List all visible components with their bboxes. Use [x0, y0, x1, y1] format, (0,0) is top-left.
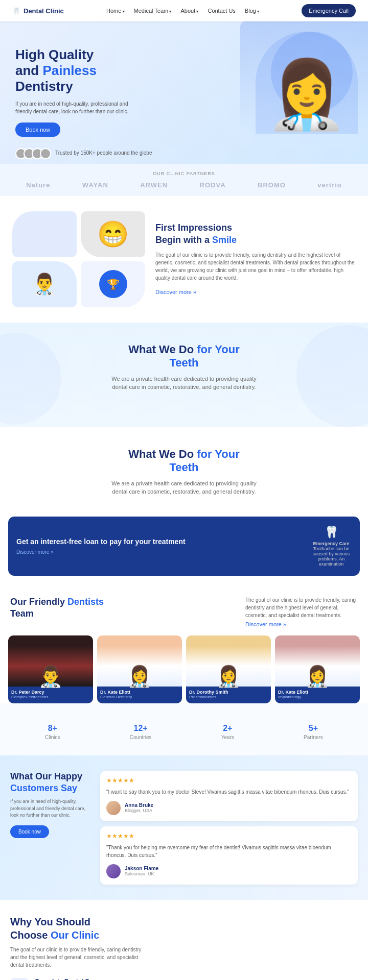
hero-book-button[interactable]: Book now — [15, 122, 60, 137]
navbar: 🦷 Dental Clinic Home Medical Team About … — [0, 0, 368, 21]
team-card-2[interactable]: 👩‍⚕️ Dr. Dorothy Smith Prosthodontics — [186, 635, 271, 703]
stat-countries-number: 12+ — [130, 719, 152, 734]
logo-text: Dental Clinic — [24, 7, 64, 15]
stat-countries-suffix: + — [143, 724, 147, 732]
testi-left: What Our Happy Customers Say If you are … — [10, 771, 92, 838]
why-title-line2: Choose — [10, 929, 51, 941]
doctor-image-2: 👩‍⚕️ — [186, 635, 271, 687]
testi-author-info-1: Jakson Flame Salesman, UK — [125, 866, 158, 876]
nav-contact[interactable]: Contact Us — [208, 8, 235, 14]
wwd-title-line1-2: What We Do — [128, 448, 197, 460]
doctor-role-3: Implantology — [278, 695, 357, 699]
wwd-description-2: We are a private health care dedicated t… — [107, 479, 261, 496]
team-card-info-1: Dr. Kate Eliott General Dentistry — [97, 687, 182, 703]
wwd-title-line2-2: Teeth — [169, 461, 198, 474]
fi-title: First Impressions Begin with a Smile — [155, 222, 356, 246]
fi-discover-link[interactable]: Discover more — [155, 289, 196, 295]
team-header-right: The goal of our clinic is to provide fri… — [245, 596, 358, 627]
wwd-title-line1-1: What We Do — [128, 343, 197, 356]
doctor-emoji: 👩‍⚕️ — [265, 56, 348, 134]
team-title-line2: Team — [10, 608, 34, 619]
testi-stars-0: ★★★★★ — [106, 777, 352, 784]
team-card-1[interactable]: 👩‍⚕️ Dr. Kate Eliott General Dentistry — [97, 635, 182, 703]
testi-author-name-0: Anna Bruke — [125, 802, 153, 808]
testi-author-role-0: Blogger, USA — [125, 808, 153, 813]
why-title-highlight: Our Clinic — [51, 929, 100, 941]
stat-years: 2+ Years — [221, 719, 234, 740]
team-cards: 👨‍⚕️ Dr. Peter Darcy Complex extractions… — [8, 635, 360, 703]
stat-partners-label: Partners — [304, 734, 323, 740]
team-title: Our Friendly Dentists Team — [10, 596, 104, 620]
doctor-role-2: Prosthodontics — [189, 695, 268, 699]
emergency-label: Emergency CareToothache can be caused by… — [311, 541, 352, 567]
testi-title-line1: What Our Happy — [10, 771, 82, 781]
team-discover-link[interactable]: Discover more — [245, 621, 358, 627]
stat-years-number: 2+ — [221, 719, 234, 734]
what-we-do-section-1: What We Do for Your Teeth We are a priva… — [0, 323, 368, 427]
stat-clinics-value: 8 — [48, 724, 53, 732]
testi-book-button[interactable]: Book now — [10, 825, 49, 838]
stat-years-value: 2 — [223, 724, 227, 732]
hero-title-line3: Dentistry — [15, 79, 73, 94]
testi-stars-1: ★★★★★ — [106, 832, 352, 840]
stat-clinics-label: Clinics — [45, 734, 60, 740]
wwd-title-hl-2: for Your — [197, 448, 240, 460]
hero-title-line2: and — [15, 63, 42, 78]
logo-icon: 🦷 — [12, 7, 20, 15]
loan-banner: Get an interest-free loan to pay for you… — [8, 517, 360, 576]
hero-title-line1: High Quality — [15, 47, 94, 62]
team-card-3[interactable]: 👩‍⚕️ Dr. Kate Eliott Implantology — [275, 635, 360, 703]
team-title-highlight: Dentists — [67, 597, 104, 607]
stats-section: 8+ Clinics 12+ Countries 2+ Years 5+ Par… — [0, 703, 368, 755]
loan-title: Get an interest-free loan to pay for you… — [16, 537, 186, 546]
fi-image-3: 👨‍⚕️ — [12, 261, 77, 307]
fi-description: The goal of our clinic is to provide fri… — [155, 251, 356, 282]
testi-author-1: Jakson Flame Salesman, UK — [106, 864, 352, 878]
why-item-text-0: Complete Dental Care We can restore your… — [35, 978, 238, 980]
doctor-emoji-2: 👩‍⚕️ — [216, 666, 241, 687]
nav-blog[interactable]: Blog — [245, 8, 259, 14]
team-card-0[interactable]: 👨‍⚕️ Dr. Peter Darcy Complex extractions — [8, 635, 93, 703]
logo[interactable]: 🦷 Dental Clinic — [12, 7, 64, 15]
testi-avatar-1 — [106, 864, 121, 878]
dentists-team-section: Our Friendly Dentists Team The goal of o… — [0, 586, 368, 703]
partners-logos: Nature WAYAN ARWEN RODVA BROMO vertrio — [10, 181, 358, 189]
fi-images-grid: 😁 👨‍⚕️ 🏆 — [12, 211, 145, 307]
loan-discover-link[interactable]: Discover more — [16, 549, 186, 555]
testi-title-highlight: Customers Say — [10, 783, 77, 793]
testi-layout: What Our Happy Customers Say If you are … — [10, 771, 358, 885]
smile-icon: 😁 — [97, 219, 129, 249]
emergency-call-button[interactable]: Emergency Call — [302, 4, 356, 17]
emergency-desc: Toothache can be caused by various probl… — [313, 546, 350, 567]
team-header-left: Our Friendly Dentists Team — [10, 596, 104, 620]
why-description: The goal of our clinic is to provide fri… — [10, 946, 143, 969]
partner-0: Nature — [26, 181, 50, 189]
fi-title-line1: First Impressions — [155, 223, 232, 233]
hero-title-highlight: Painless — [42, 63, 97, 78]
nav-about[interactable]: About — [180, 8, 198, 14]
wwd-bg-shape-2 — [296, 325, 368, 427]
wwd-title-2: What We Do for Your Teeth — [10, 448, 358, 474]
doctor-role-1: General Dentistry — [100, 695, 179, 699]
testi-author-role-1: Salesman, UK — [125, 871, 158, 876]
stat-clinics-suffix: + — [53, 724, 57, 732]
doctor-role-0: Complex extractions — [11, 695, 90, 699]
stat-countries-value: 12 — [134, 724, 143, 732]
fi-title-highlight: Smile — [212, 235, 237, 245]
why-icon-0: 🦷 — [10, 978, 29, 980]
testi-card-0: ★★★★★ "I want to say thank you to my doc… — [100, 771, 358, 821]
nav-medical[interactable]: Medical Team — [134, 8, 172, 14]
doctor-image-0: 👨‍⚕️ — [8, 635, 93, 687]
partner-1: WAYAN — [82, 181, 108, 189]
stat-countries-label: Countries — [130, 734, 152, 740]
team-header: Our Friendly Dentists Team The goal of o… — [10, 596, 358, 627]
emergency-icon: 🦷 — [325, 526, 338, 539]
why-item-0: 🦷 Complete Dental Care We can restore yo… — [10, 978, 358, 980]
partner-5: vertrio — [317, 181, 341, 189]
loan-text: Get an interest-free loan to pay for you… — [16, 537, 186, 555]
trusted-text: Trusted by 150K+ people around the globe — [55, 149, 152, 157]
nav-home[interactable]: Home — [106, 8, 125, 14]
tooth-badge: 🏆 — [99, 270, 127, 298]
why-title: Why You Should Choose Our Clinic — [10, 915, 358, 942]
team-title-line1: Our Friendly — [10, 597, 67, 607]
